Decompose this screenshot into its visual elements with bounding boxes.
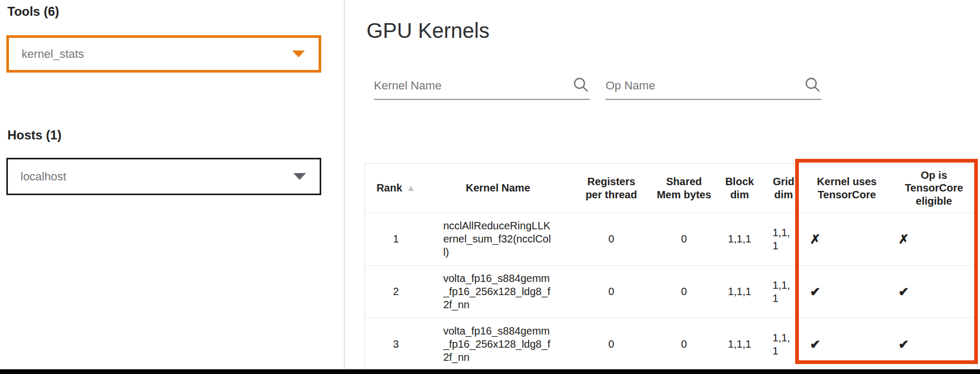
registers-cell: 0 (569, 213, 654, 266)
hosts-label: Hosts (1) (7, 128, 62, 143)
rank-cell: 3 (365, 318, 427, 371)
kernel-name-search-field (374, 73, 590, 100)
kernel-name-search-input[interactable] (374, 79, 569, 93)
hosts-dropdown[interactable]: localhost (6, 158, 321, 195)
kernel-uses-tensorcore-cell: ✗ (803, 213, 891, 266)
grid-dim-text: 1,1,1 (773, 279, 795, 305)
grid-dim-cell: 1,1,1 (765, 213, 803, 266)
block-dim-cell: 1,1,1 (715, 213, 765, 266)
op-tensorcore-eligible-cell: ✔ (891, 266, 977, 318)
table-header-row: Rank▲ Kernel Name Registers per thread S… (365, 164, 977, 213)
shared-mem-cell: 0 (654, 266, 715, 318)
search-icon (804, 76, 821, 96)
tools-dropdown[interactable]: kernel_stats (6, 35, 321, 73)
grid-dim-text: 1,1,1 (773, 226, 795, 252)
kernel-uses-tensorcore-cell: ✔ (803, 318, 891, 371)
column-header-kernel-uses-tensorcore[interactable]: Kernel uses TensorCore (803, 164, 891, 213)
op-name-search-input[interactable] (606, 79, 800, 93)
kernel-uses-tensorcore-cell: ✔ (803, 266, 891, 318)
registers-cell: 0 (569, 266, 654, 318)
search-row (374, 73, 837, 100)
search-icon (572, 76, 590, 96)
shared-mem-cell: 0 (654, 318, 715, 371)
column-header-rank-label: Rank (377, 182, 402, 194)
table-row: 3 volta_fp16_s884gemm_fp16_256x128_ldg8_… (365, 318, 977, 371)
column-header-registers-per-thread[interactable]: Registers per thread (569, 164, 654, 213)
chevron-down-icon (292, 50, 305, 57)
tools-dropdown-value: kernel_stats (22, 47, 292, 61)
column-header-rank[interactable]: Rank▲ (365, 164, 427, 213)
hosts-dropdown-value: localhost (21, 170, 293, 184)
column-header-grid-dim[interactable]: Grid dim (765, 164, 803, 213)
kernel-name-cell: ncclAllReduceRingLLKernel_sum_f32(ncclCo… (427, 213, 569, 266)
kernel-name-text: ncclAllReduceRingLLKernel_sum_f32(ncclCo… (443, 219, 553, 259)
column-header-op-is-tensorcore-eligible[interactable]: Op is TensorCore eligible (891, 164, 977, 213)
sidebar: Tools (6) kernel_stats Hosts (1) localho… (0, 0, 344, 369)
main-content: GPU Kernels (345, 0, 980, 369)
kernel-name-cell: volta_fp16_s884gemm_fp16_256x128_ldg8_f2… (427, 318, 569, 371)
kernel-name-cell: volta_fp16_s884gemm_fp16_256x128_ldg8_f2… (427, 266, 569, 318)
block-dim-cell: 1,1,1 (715, 266, 765, 318)
grid-dim-text: 1,1,1 (773, 331, 795, 358)
block-dim-cell: 1,1,1 (715, 318, 765, 371)
op-tensorcore-eligible-cell: ✗ (891, 213, 977, 266)
grid-dim-cell: 1,1,1 (765, 318, 803, 371)
kernel-name-text: volta_fp16_s884gemm_fp16_256x128_ldg8_f2… (443, 325, 553, 364)
op-tensorcore-eligible-cell: ✔ (891, 318, 977, 371)
registers-cell: 0 (569, 318, 654, 371)
chevron-down-icon (293, 173, 306, 180)
rank-cell: 1 (365, 213, 427, 266)
shared-mem-cell: 0 (654, 213, 715, 266)
sort-ascending-icon: ▲ (407, 183, 415, 193)
kernel-name-text: volta_fp16_s884gemm_fp16_256x128_ldg8_f2… (443, 272, 553, 311)
window-bottom-border (0, 369, 980, 374)
tools-label: Tools (6) (7, 4, 59, 19)
gpu-kernels-table: Rank▲ Kernel Name Registers per thread S… (364, 163, 977, 371)
table-row: 1 ncclAllReduceRingLLKernel_sum_f32(nccl… (365, 213, 977, 266)
page-title: GPU Kernels (367, 19, 489, 43)
rank-cell: 2 (365, 266, 427, 318)
grid-dim-cell: 1,1,1 (765, 266, 803, 318)
profiler-page: Tools (6) kernel_stats Hosts (1) localho… (0, 0, 980, 374)
column-header-kernel-name[interactable]: Kernel Name (427, 164, 569, 213)
table-row: 2 volta_fp16_s884gemm_fp16_256x128_ldg8_… (365, 266, 977, 318)
column-header-shared-mem-bytes[interactable]: Shared Mem bytes (654, 164, 715, 213)
column-header-block-dim[interactable]: Block dim (715, 164, 765, 213)
op-name-search-field (606, 73, 821, 100)
